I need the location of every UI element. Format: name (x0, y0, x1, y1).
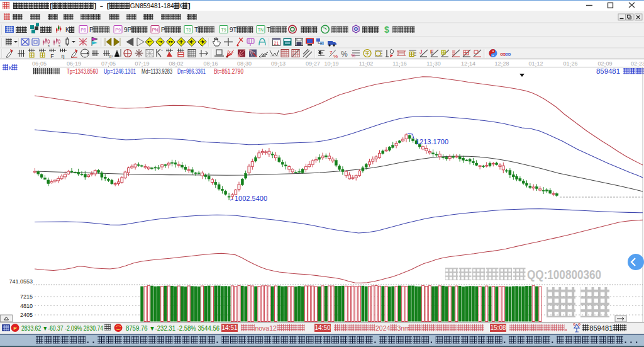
svg-text:9T: 9T (230, 26, 237, 33)
svg-text:08-02: 08-02 (169, 60, 183, 67)
svg-text:02-23: 02-23 (631, 60, 644, 67)
svg-text:T9: T9 (221, 28, 226, 32)
svg-text:1002.5400: 1002.5400 (235, 195, 267, 202)
svg-text:1213.1700: 1213.1700 (416, 138, 448, 145)
svg-text:12-14: 12-14 (461, 60, 475, 67)
svg-text:08-30: 08-30 (237, 60, 252, 67)
svg-text:Bt=851.2790: Bt=851.2790 (214, 68, 243, 75)
svg-text:14:51: 14:51 (221, 324, 237, 331)
svg-text:10-19: 10-19 (324, 60, 338, 67)
svg-text:QQ:100800360: QQ:100800360 (527, 268, 601, 282)
svg-text:T8: T8 (186, 28, 191, 32)
svg-text:ŋ: ŋ (61, 53, 64, 59)
svg-text:9P: 9P (124, 26, 132, 33)
svg-text:P: P (13, 326, 17, 331)
svg-text:GN859481-184: GN859481-184 (130, 3, 174, 9)
svg-text:7: 7 (330, 50, 333, 55)
svg-text:nova12: nova12 (255, 324, 277, 332)
svg-text:T: T (194, 26, 198, 33)
svg-text:09-13: 09-13 (271, 60, 286, 67)
svg-text:2024: 2024 (375, 324, 391, 332)
svg-text:P8: P8 (80, 28, 86, 32)
svg-text:Md=1133.9283: Md=1133.9283 (142, 68, 172, 75)
svg-text:Dn=986.3361: Dn=986.3361 (177, 68, 206, 75)
svg-text:07-05: 07-05 (101, 60, 116, 67)
svg-text:14:50: 14:50 (314, 324, 330, 331)
svg-text:11-02: 11-02 (359, 60, 373, 67)
svg-text:8759.76 ▼-232.31 -2.58% 3544.5: 8759.76 ▼-232.31 -2.58% 3544.56 (126, 324, 219, 332)
svg-text:s: s (48, 43, 50, 47)
svg-text:] - [: ] - [ (94, 3, 109, 9)
svg-text:Up=1246.1301: Up=1246.1301 (104, 68, 136, 75)
svg-text:J: J (419, 48, 423, 55)
svg-text:%: % (341, 50, 348, 59)
svg-text:]: ] (187, 3, 191, 9)
svg-text:$: $ (384, 25, 389, 35)
svg-text:06-19: 06-19 (67, 60, 81, 67)
svg-text:∞: ∞ (505, 49, 511, 59)
svg-text:%: % (333, 54, 338, 59)
svg-text:08-16: 08-16 (203, 60, 218, 67)
svg-text:01-12: 01-12 (528, 60, 543, 67)
svg-text:4810: 4810 (20, 303, 33, 309)
svg-text:21: 21 (274, 41, 279, 45)
svg-text:12-28: 12-28 (494, 60, 509, 67)
svg-text:n²: n² (109, 54, 113, 59)
svg-text:s: s (58, 43, 60, 47)
svg-text:02-09: 02-09 (597, 60, 612, 67)
svg-text:": " (161, 48, 163, 54)
svg-text:2833.62 ▼-60.37 -2.09% 2830.74: 2833.62 ▼-60.37 -2.09% 2830.74 (21, 324, 103, 332)
svg-text:K: K (179, 3, 182, 9)
svg-text:Tp=1343.8560: Tp=1343.8560 (67, 68, 98, 75)
svg-text:859481: 859481 (596, 67, 620, 75)
svg-text:01-26: 01-26 (563, 60, 577, 67)
svg-text:[: [ (49, 3, 52, 9)
svg-text:741.0553: 741.0553 (9, 278, 33, 285)
svg-text:F: F (50, 53, 54, 59)
svg-text:11-16: 11-16 (392, 60, 406, 67)
svg-text:09-27: 09-27 (306, 60, 320, 67)
svg-text:07-19: 07-19 (135, 60, 149, 67)
svg-text:P9: P9 (115, 28, 121, 32)
svg-text:06-05: 06-05 (32, 60, 47, 67)
svg-text:T: T (267, 26, 270, 33)
svg-text:2405: 2405 (20, 312, 33, 318)
svg-text:%: % (351, 53, 355, 59)
svg-text:7215: 7215 (20, 293, 33, 300)
svg-text:859481: 859481 (589, 324, 613, 332)
svg-text:PN: PN (152, 28, 158, 32)
svg-text:15:08: 15:08 (490, 324, 506, 331)
svg-text:TN: TN (258, 28, 264, 32)
svg-text:11-30: 11-30 (426, 60, 440, 67)
